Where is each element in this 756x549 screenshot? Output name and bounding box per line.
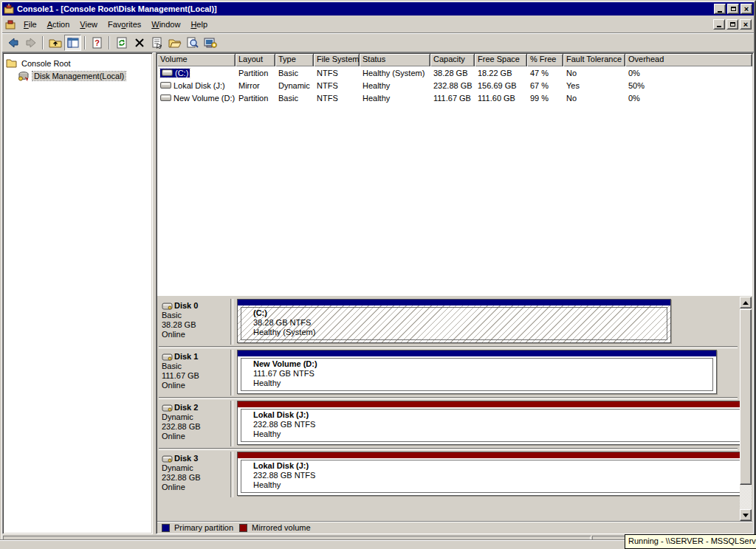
scroll-down-button[interactable] [740,509,752,521]
back-button[interactable] [4,35,21,51]
child-close-icon: × [743,21,748,28]
menu-file[interactable]: File [18,18,42,31]
console-tree-pane: Console Root Disk Management(Local) [2,52,153,534]
cell-status: Healthy (System) [360,66,430,79]
child-restore-button[interactable] [726,19,738,30]
help-icon: ? [92,37,103,49]
column-header-overhead[interactable]: Overhead [625,54,752,66]
minimize-button[interactable] [714,4,726,14]
child-close-button[interactable]: × [740,19,752,30]
column-header-status[interactable]: Status [360,54,430,66]
cell-status: Healthy [360,92,430,104]
volume-bar-d[interactable]: New Volume (D:) 111.67 GB NTFS Healthy [237,350,717,394]
scroll-up-button[interactable] [740,297,752,308]
cell-file-system: NTFS [314,66,360,79]
column-header-pct-free[interactable]: % Free [527,54,563,66]
column-header-free-space[interactable]: Free Space [475,54,527,66]
volume-row-j[interactable]: Lokal Disk (J:) Mirror Dynamic NTFS Heal… [157,79,752,92]
column-header-file-system[interactable]: File System [314,54,360,66]
disk-0-strip: Disk 0 Basic 38.28 GB Online (C:) 3 [159,299,738,345]
volume-name: Lokal Disk (J:) [253,410,742,420]
toolbar-separator [84,36,86,49]
close-button[interactable]: × [740,4,752,14]
cell-file-system: NTFS [314,79,360,92]
tree-item-disk-management[interactable]: Disk Management(Local) [18,69,149,82]
forward-button[interactable] [22,35,39,51]
column-header-capacity[interactable]: Capacity [430,54,475,66]
cell-type: Basic [275,66,314,79]
column-header-fault-tolerance[interactable]: Fault Tolerance [563,54,625,66]
child-minimize-icon [717,26,721,27]
volume-box[interactable]: Lokal Disk (J:) 232.88 GB NTFS Healthy [241,460,743,493]
tree-item-console-root[interactable]: Console Root [6,57,149,69]
volume-bar-j-mirror-2[interactable]: Lokal Disk (J:) 232.88 GB NTFS Healthy [237,452,746,496]
selected-volume-label[interactable]: (C:) [160,69,190,77]
volume-row-c[interactable]: (C:) Partition Basic NTFS Healthy (Syste… [157,66,752,79]
volume-name: Lokal Disk (J:) [253,461,742,471]
volume-box[interactable]: Lokal Disk (J:) 232.88 GB NTFS Healthy [241,409,743,442]
title-bar[interactable]: Console1 - [Console Root\Disk Management… [2,2,754,15]
cell-free-space: 18.22 GB [475,66,527,79]
close-icon: × [744,5,749,13]
column-header-type[interactable]: Type [275,54,314,66]
help-button[interactable]: ? [89,35,106,51]
mirrored-volume-swatch [239,524,247,532]
child-minimize-button[interactable] [713,19,725,30]
properties-icon [151,37,163,49]
volume-bar-c[interactable]: (C:) 38.28 GB NTFS Healthy (System) [237,299,671,343]
cell-layout: Partition [236,92,275,104]
show-hide-console-tree-button[interactable] [64,35,81,51]
disk-size: 232.88 GB [162,473,228,483]
child-window-icon[interactable] [5,19,16,30]
menu-window[interactable]: Window [146,18,185,31]
strip-divider [159,346,738,348]
volume-health: Healthy (System) [253,328,667,337]
up-one-level-button[interactable] [47,35,63,51]
refresh-button[interactable] [113,35,130,51]
open-folder-button[interactable] [166,35,183,51]
partition-stripe [238,300,670,305]
disk-view-scrollbar[interactable] [740,297,752,521]
delete-button[interactable] [131,35,148,51]
manage-computer-button[interactable] [202,35,219,51]
menu-view[interactable]: View [75,18,103,31]
mmc-window: Console1 - [Console Root\Disk Management… [0,0,756,549]
disk-0-caption[interactable]: Disk 0 Basic 38.28 GB Online [159,299,230,345]
scrollbar-thumb[interactable] [740,309,752,485]
disk-2-caption[interactable]: Disk 2 Dynamic 232.88 GB Online [159,401,230,446]
menu-help[interactable]: Help [185,18,213,31]
menu-bar: File Action View Favorites Window Help × [2,15,754,33]
volume-row-d[interactable]: New Volume (D:) Partition Basic NTFS Hea… [157,92,752,104]
disk-status: Online [162,330,228,339]
column-header-layout[interactable]: Layout [236,54,275,66]
open-folder-icon [168,37,182,49]
column-header-volume[interactable]: Volume [157,54,236,66]
disk-1-caption[interactable]: Disk 1 Basic 111.67 GB Online [159,350,230,396]
volume-box[interactable]: (C:) 38.28 GB NTFS Healthy (System) [241,307,667,340]
cell-pct-free: 99 % [527,92,563,104]
volume-box[interactable]: New Volume (D:) 111.67 GB NTFS Healthy [241,358,713,391]
cell-free-space: 111.60 GB [475,92,527,104]
menu-favorites[interactable]: Favorites [103,18,146,31]
volume-size: 232.88 GB NTFS [253,471,742,480]
volume-bar-j-mirror-1[interactable]: Lokal Disk (J:) 232.88 GB NTFS Healthy [237,401,746,445]
tray-tooltip: Running - \\SERVER - MSSQLServer [625,534,756,549]
delete-icon [134,38,145,48]
volume-label: New Volume (D:) [173,94,235,103]
disk-status: Online [162,381,228,390]
volume-list-header: Volume Layout Type File System Status Ca… [157,54,752,66]
find-button[interactable] [184,35,201,51]
volume-health: Healthy [253,429,742,439]
cell-pct-free: 67 % [527,79,563,92]
cell-layout: Partition [236,66,275,79]
disk-2-strip: Disk 2 Dynamic 232.88 GB Online Lokal Di… [159,401,738,446]
strip-divider [159,397,738,399]
strip-divider [159,448,738,450]
restore-button[interactable] [727,4,739,14]
disk-3-caption[interactable]: Disk 3 Dynamic 232.88 GB Online [159,452,230,497]
disk-1-strip: Disk 1 Basic 111.67 GB Online New Volume… [159,350,738,396]
properties-button[interactable] [148,35,165,51]
disk-icon [162,302,173,311]
menu-action[interactable]: Action [42,18,75,31]
partition-stripe [238,351,716,356]
